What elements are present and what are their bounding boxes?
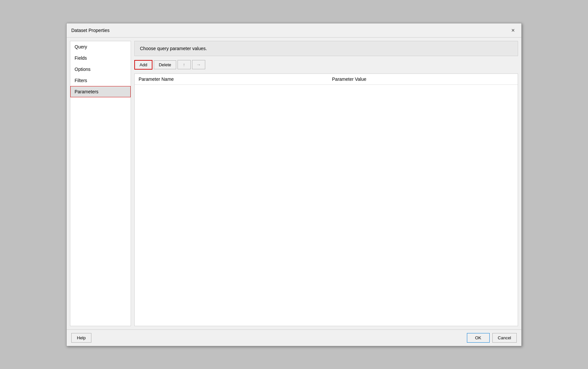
sidebar-item-query-label: Query (75, 44, 87, 49)
sidebar-item-options-label: Options (75, 67, 90, 72)
sidebar-item-fields[interactable]: Fields (70, 52, 131, 64)
instruction-bar: Choose query parameter values. (134, 41, 518, 56)
sidebar-item-options[interactable]: Options (70, 64, 131, 75)
move-up-icon: ↑ (183, 62, 185, 67)
dialog-body: Query Fields Options Filters Parameters … (67, 38, 521, 329)
param-table: Parameter Name Parameter Value (135, 74, 518, 85)
table-header-row: Parameter Name Parameter Value (135, 74, 518, 85)
instruction-text: Choose query parameter values. (140, 46, 207, 51)
sidebar: Query Fields Options Filters Parameters (70, 41, 131, 326)
close-button[interactable]: ✕ (509, 27, 517, 34)
dialog-window: Dataset Properties ✕ Query Fields Option… (66, 23, 522, 346)
dialog-title: Dataset Properties (71, 28, 110, 33)
delete-button[interactable]: Delete (154, 60, 176, 69)
help-button[interactable]: Help (71, 333, 91, 343)
sidebar-item-filters[interactable]: Filters (70, 75, 131, 86)
table-header: Parameter Name Parameter Value (135, 74, 518, 85)
title-bar: Dataset Properties ✕ (67, 23, 521, 38)
col-parameter-value: Parameter Value (328, 74, 518, 85)
footer-right: OK Cancel (467, 333, 517, 343)
close-icon: ✕ (511, 28, 515, 33)
parameter-table: Parameter Name Parameter Value (134, 74, 518, 326)
toolbar: Add Delete ↑ → (134, 59, 518, 71)
move-up-button[interactable]: ↑ (178, 60, 191, 69)
move-down-icon: → (196, 62, 201, 67)
sidebar-item-filters-label: Filters (75, 78, 87, 83)
sidebar-item-parameters-label: Parameters (75, 89, 98, 94)
col-parameter-name: Parameter Name (135, 74, 328, 85)
sidebar-item-fields-label: Fields (75, 55, 87, 61)
ok-button[interactable]: OK (467, 333, 490, 343)
sidebar-item-query[interactable]: Query (70, 41, 131, 52)
add-button[interactable]: Add (134, 60, 152, 70)
move-down-button[interactable]: → (192, 60, 205, 69)
sidebar-item-parameters[interactable]: Parameters (70, 86, 131, 97)
main-content: Choose query parameter values. Add Delet… (134, 41, 518, 326)
dialog-footer: Help OK Cancel (67, 329, 521, 346)
cancel-button[interactable]: Cancel (492, 333, 517, 343)
